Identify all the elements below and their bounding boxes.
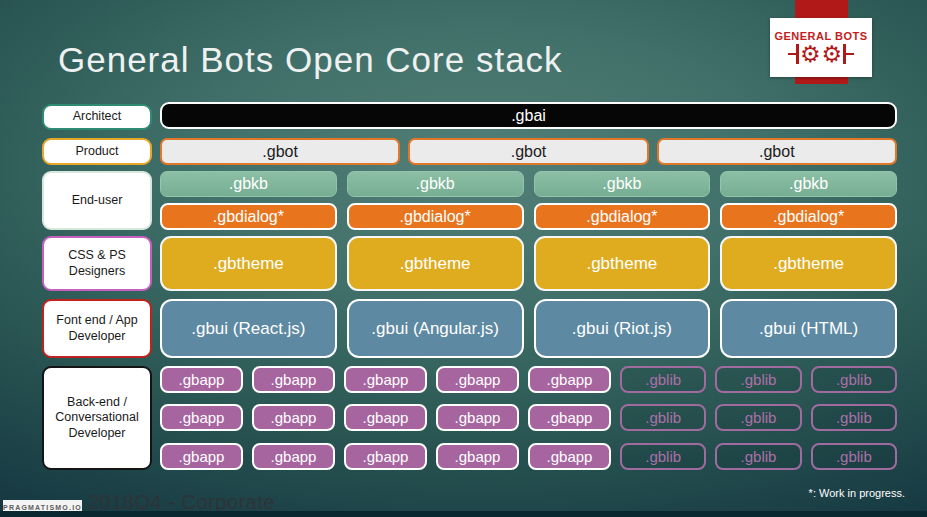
role-label-architect: Architect [42,104,152,130]
gbapp-box: .gbapp [344,443,427,470]
gear-axle-icon [843,44,846,64]
gblib-box: .gblib [715,366,801,393]
gbot-box: .gbot [160,138,400,165]
gbot-box: .gbot [657,138,897,165]
stack-row-gbui: .gbui (React.js) .gbui (Angular.js) .gbu… [160,299,897,358]
logo-brand-text: GENERAL BOTS [774,30,867,42]
footer-brand-text: PRAGMATISMO.IO [3,504,82,511]
gbtheme-box: .gbtheme [160,236,337,291]
gbdialog-box: .gbdialog* [347,203,524,230]
gblib-box: .gblib [620,404,706,431]
gbapp-box: .gbapp [436,404,519,431]
gbapp-box: .gbapp [160,443,243,470]
gbkb-box: .gbkb [347,171,524,197]
gbapp-box: .gbapp [252,366,335,393]
gblib-box: .gblib [715,404,801,431]
gbapp-box: .gbapp [252,404,335,431]
stack-row-gbtheme: .gbtheme .gbtheme .gbtheme .gbtheme [160,236,897,291]
gbkb-box: .gbkb [720,171,897,197]
gbkb-box: .gbkb [534,171,711,197]
gblib-box: .gblib [715,443,801,470]
gear-icon: ⚙ [800,43,821,66]
gbtheme-box: .gbtheme [347,236,524,291]
gbapp-box: .gbapp [528,404,611,431]
gear-icon: ⚙ [822,43,843,66]
stack-row-gbdialog: .gbdialog* .gbdialog* .gbdialog* .gbdial… [160,203,897,230]
gbui-react-box: .gbui (React.js) [160,299,337,358]
gbapp-box: .gbapp [160,404,243,431]
gbapp-box: .gbapp [344,404,427,431]
gbui-angular-box: .gbui (Angular.js) [347,299,524,358]
gblib-box: .gblib [811,443,897,470]
gbapp-box: .gbapp [436,443,519,470]
gbdialog-box: .gbdialog* [160,203,337,230]
logo-gears: ⚙ ⚙ [796,43,846,66]
gbapp-box: .gbapp [528,366,611,393]
gbui-riot-box: .gbui (Riot.js) [534,299,711,358]
role-label-frontend-app-developer: Font end / App Developer [42,299,152,358]
gbdialog-box: .gbdialog* [720,203,897,230]
role-label-css-ps-designers: CSS & PS Designers [42,236,152,291]
stack-row-gbapp-gblib-2: .gbapp .gbapp .gbapp .gbapp .gbapp .gbli… [160,404,897,431]
gbapp-box: .gbapp [528,443,611,470]
stack-row-gbot: .gbot .gbot .gbot [160,138,897,165]
stack-row-gbkb: .gbkb .gbkb .gbkb .gbkb [160,171,897,197]
gbkb-box: .gbkb [160,171,337,197]
bottom-band [0,511,927,517]
gbot-box: .gbot [408,138,648,165]
role-label-product: Product [42,138,152,165]
stack-row-gbai: .gbai [160,102,897,129]
role-label-backend-conversational-developer: Back-end / Conversational Developer [42,366,152,470]
gbtheme-box: .gbtheme [720,236,897,291]
slide: General Bots Open Core stack GENERAL BOT… [0,0,927,517]
gbapp-box: .gbapp [344,366,427,393]
gblib-box: .gblib [811,404,897,431]
gblib-box: .gblib [811,366,897,393]
gblib-box: .gblib [620,366,706,393]
gbapp-box: .gbapp [160,366,243,393]
work-in-progress-footnote: *: Work in progress. [809,487,905,499]
gbapp-box: .gbapp [436,366,519,393]
gbai-box: .gbai [160,102,897,129]
general-bots-logo: GENERAL BOTS ⚙ ⚙ [770,18,872,77]
gbui-html-box: .gbui (HTML) [720,299,897,358]
gbtheme-box: .gbtheme [534,236,711,291]
page-title: General Bots Open Core stack [58,40,698,80]
stack-row-gbapp-gblib-1: .gbapp .gbapp .gbapp .gbapp .gbapp .gbli… [160,366,897,393]
gbdialog-box: .gbdialog* [534,203,711,230]
gbapp-box: .gbapp [252,443,335,470]
role-label-end-user: End-user [42,171,152,230]
gblib-box: .gblib [620,443,706,470]
gear-axle-icon [796,44,799,64]
stack-row-gbapp-gblib-3: .gbapp .gbapp .gbapp .gbapp .gbapp .gbli… [160,443,897,470]
